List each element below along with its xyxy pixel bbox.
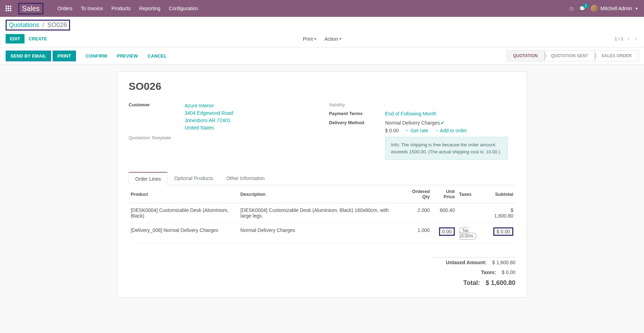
status-step-quotation-sent[interactable]: QUOTATION SENT xyxy=(544,50,595,61)
cell-product: [DESK0004] Customizable Desk (Aluminium,… xyxy=(129,203,238,223)
validity-label: Validity xyxy=(329,102,385,107)
send-by-email-button[interactable]: SEND BY EMAIL xyxy=(6,51,51,61)
field-payment-terms: Payment Terms End of Following Month xyxy=(329,111,515,116)
print-menu[interactable]: Print ▾ xyxy=(303,36,316,42)
chat-button[interactable]: 💬 1 xyxy=(579,6,585,11)
table-row[interactable]: [DESK0004] Customizable Desk (Aluminium,… xyxy=(129,203,515,223)
cell-subtotal: $ 1,600.80 xyxy=(488,203,515,223)
total-value: $ 1,600.80 xyxy=(486,279,515,287)
customer-name[interactable]: Azure Interior xyxy=(185,102,315,109)
tab-other-information[interactable]: Other Information xyxy=(220,172,271,185)
caret-down-icon: ▾ xyxy=(340,37,341,41)
col-subtotal[interactable]: Subtotal xyxy=(488,185,515,203)
center-actions: Print ▾ Action ▾ xyxy=(303,36,341,42)
cell-description: [DESK0004] Customizable Desk (Aluminium,… xyxy=(238,203,402,223)
print-button[interactable]: PRINT xyxy=(53,51,76,61)
delivery-method-text: Normal Delivery Charges xyxy=(385,120,440,126)
payment-terms-label: Payment Terms xyxy=(329,111,385,116)
cancel-button[interactable]: CANCEL xyxy=(143,51,171,61)
taxes-label: Taxes: xyxy=(431,269,496,275)
cell-description: Normal Delivery Charges xyxy=(238,223,402,243)
nav-menu: Orders To Invoice Products Reporting Con… xyxy=(57,6,569,11)
status-step-quotation[interactable]: QUOTATION xyxy=(507,50,544,61)
delivery-method-value: Normal Delivery Charges✔ $ 0.00 → Get ra… xyxy=(385,120,515,160)
cell-tax xyxy=(457,203,488,223)
nav-products[interactable]: Products xyxy=(111,6,131,11)
create-button[interactable]: CREATE xyxy=(25,34,51,44)
pager-prev[interactable]: ‹ xyxy=(626,36,631,42)
untaxed-value: $ 1,600.80 xyxy=(492,260,515,265)
tab-optional-products[interactable]: Optional Products xyxy=(167,172,220,185)
delivery-method-label: Delivery Method xyxy=(329,120,385,160)
col-price[interactable]: Unit Price xyxy=(432,185,457,203)
chat-badge: 1 xyxy=(583,4,589,8)
total-label: Total: xyxy=(431,279,480,287)
col-product[interactable]: Product xyxy=(129,185,238,203)
form-sheet: SO026 Customer Azure Interior 3404 Edgew… xyxy=(117,72,527,298)
hl-price: 0.00 xyxy=(439,227,455,236)
status-actions: SEND BY EMAIL PRINT CONFIRM PREVIEW CANC… xyxy=(6,51,171,61)
top-navbar: Sales Orders To Invoice Products Reporti… xyxy=(0,0,644,17)
nav-to-invoice[interactable]: To Invoice xyxy=(81,6,103,11)
user-name: Mitchell Admin xyxy=(601,6,632,11)
tab-order-lines[interactable]: Order Lines xyxy=(129,172,167,185)
pager-next[interactable]: › xyxy=(634,36,638,42)
get-rate-link[interactable]: → Get rate xyxy=(404,128,428,133)
add-to-order-link[interactable]: → Add to order xyxy=(434,128,467,133)
customer-country: United States xyxy=(185,124,315,132)
user-menu[interactable]: Mitchell Admin ▼ xyxy=(591,5,638,12)
nav-configuration[interactable]: Configuration xyxy=(169,6,198,11)
preview-button[interactable]: PREVIEW xyxy=(112,51,142,61)
breadcrumb: Quotations / SO026 xyxy=(6,20,70,31)
status-steps: QUOTATION QUOTATION SENT SALES ORDER xyxy=(507,50,638,61)
confirm-button[interactable]: CONFIRM xyxy=(82,51,111,61)
status-step-sales-order[interactable]: SALES ORDER xyxy=(595,50,638,61)
nav-reporting[interactable]: Reporting xyxy=(139,6,160,11)
caret-down-icon: ▼ xyxy=(635,7,638,11)
order-lines-table: Product Description Ordered Qty Unit Pri… xyxy=(129,185,515,243)
breadcrumb-current: SO026 xyxy=(47,21,67,28)
total-untaxed: Untaxed Amount: $ 1,600.80 xyxy=(431,258,515,267)
breadcrumb-separator: / xyxy=(42,21,44,28)
nav-orders[interactable]: Orders xyxy=(57,6,73,11)
totals: Untaxed Amount: $ 1,600.80 Taxes: $ 0.00… xyxy=(129,257,515,289)
field-delivery-method: Delivery Method Normal Delivery Charges✔… xyxy=(329,120,515,160)
shipping-info: Info: The shipping is free because the o… xyxy=(385,137,508,160)
payment-terms-value[interactable]: End of Following Month xyxy=(385,111,515,116)
cell-price: 0.00 xyxy=(432,223,457,243)
rate-row: $ 0.00 → Get rate → Add to order xyxy=(385,128,515,133)
col-taxes[interactable]: Taxes xyxy=(457,185,488,203)
cell-subtotal: $ 0.00 xyxy=(488,223,515,243)
cell-price: 800.40 xyxy=(432,203,457,223)
col-description[interactable]: Description xyxy=(238,185,402,203)
table-row[interactable]: [Delivery_008] Normal Delivery Charges N… xyxy=(129,223,515,243)
order-title: SO026 xyxy=(129,80,515,92)
cell-qty: 2.000 xyxy=(402,203,432,223)
table-header-row: Product Description Ordered Qty Unit Pri… xyxy=(129,185,515,203)
avatar xyxy=(591,5,598,12)
total-taxes: Taxes: $ 0.00 xyxy=(431,267,515,277)
fields-left: Customer Azure Interior 3404 Edgewood Ro… xyxy=(129,102,315,163)
edit-button[interactable]: EDIT xyxy=(6,34,25,44)
action-menu[interactable]: Action ▾ xyxy=(324,36,341,42)
validity-value xyxy=(385,102,515,107)
customer-addr2: Jonesboro AR 72401 xyxy=(185,117,315,124)
rate-amount: $ 0.00 xyxy=(385,128,399,133)
cell-product: [Delivery_008] Normal Delivery Charges xyxy=(129,223,238,243)
untaxed-label: Untaxed Amount: xyxy=(431,260,487,265)
tax-pill: Tax 15.00% xyxy=(459,227,477,240)
field-quote-template: Quotation Template xyxy=(129,135,315,140)
fields-row: Customer Azure Interior 3404 Edgewood Ro… xyxy=(129,102,515,163)
customer-label: Customer xyxy=(129,102,185,132)
fields-right: Validity Payment Terms End of Following … xyxy=(329,102,515,163)
app-title[interactable]: Sales xyxy=(18,3,43,14)
quote-template-value xyxy=(185,135,315,140)
breadcrumb-root[interactable]: Quotations xyxy=(9,21,39,28)
apps-icon[interactable] xyxy=(6,6,11,11)
field-customer: Customer Azure Interior 3404 Edgewood Ro… xyxy=(129,102,315,132)
tabs: Order Lines Optional Products Other Info… xyxy=(129,172,515,185)
clock-icon[interactable]: ◷ xyxy=(569,6,574,11)
pager: 1 / 1 ‹ › xyxy=(615,36,638,42)
col-qty[interactable]: Ordered Qty xyxy=(402,185,432,203)
cell-tax: Tax 15.00% xyxy=(457,223,488,243)
